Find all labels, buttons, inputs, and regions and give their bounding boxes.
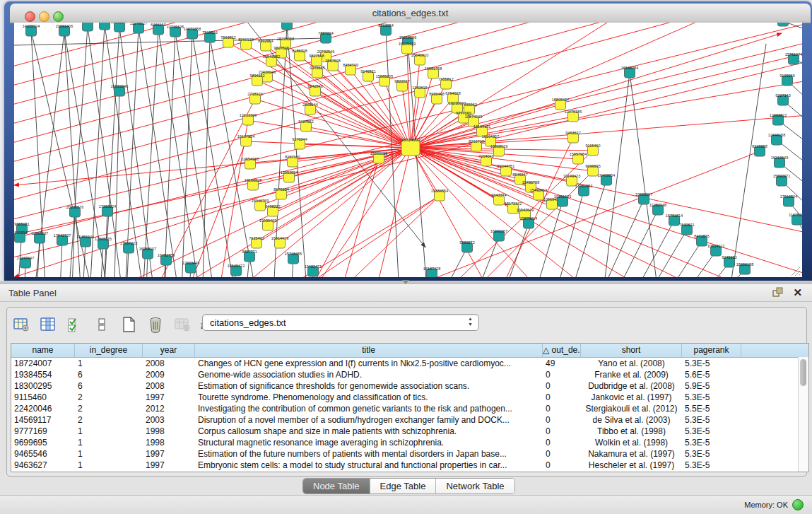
table-cell[interactable]: Tibbo et al. (1998) — [581, 426, 682, 437]
table-cell[interactable]: 2009 — [143, 369, 195, 380]
table-cell[interactable]: 2 — [75, 403, 143, 414]
new-table-icon[interactable] — [119, 315, 139, 334]
table-cell[interactable]: Yano et al. (2008) — [581, 358, 682, 369]
table-cell[interactable]: 0 — [543, 392, 581, 403]
table-cell[interactable]: 0 — [543, 403, 581, 414]
table-cell[interactable]: 5.3E-5 — [682, 426, 741, 437]
table-settings-icon[interactable] — [11, 315, 31, 334]
memory-status-indicator[interactable] — [792, 499, 804, 510]
table-cell[interactable]: 0 — [543, 369, 581, 380]
table-cell[interactable]: 0 — [543, 380, 581, 392]
column-header-year[interactable]: year — [143, 344, 195, 357]
network-window-titlebar[interactable]: citations_edges.txt — [10, 4, 811, 23]
table-cell[interactable]: Disruption of a novel member of a sodium… — [195, 414, 543, 426]
column-header-in_degree[interactable]: in_degree — [75, 344, 143, 357]
select-all-icon[interactable] — [65, 315, 85, 334]
table-row[interactable]: 946554611997Estimation of the future num… — [11, 448, 808, 460]
scrollbar-thumb[interactable] — [800, 359, 806, 386]
table-cell[interactable]: 9463627 — [11, 460, 75, 471]
table-row[interactable]: 1456911722003Disruption of a novel membe… — [11, 414, 808, 426]
table-cell[interactable]: 5.5E-5 — [682, 403, 741, 414]
table-cell[interactable]: 18724007 — [11, 358, 75, 369]
table-cell[interactable]: 1 — [75, 358, 143, 369]
tab-edge-table[interactable]: Edge Table — [370, 479, 437, 493]
table-cell[interactable]: Stergiakouli et al. (2012) — [581, 403, 682, 414]
table-cell[interactable]: Dudbridge et al. (2008) — [581, 380, 682, 392]
table-cell[interactable]: 1 — [75, 437, 143, 448]
selection-mode-icon[interactable] — [92, 315, 112, 334]
table-cell[interactable]: Corpus callosum shape and size in male p… — [195, 426, 543, 437]
network-canvas[interactable]: 1405572420691406181037342055831810653247… — [14, 23, 802, 277]
table-cell[interactable]: 1997 — [143, 460, 195, 471]
table-cell[interactable]: Hescheler et al. (1997) — [581, 460, 682, 471]
table-cell[interactable]: 5.3E-5 — [682, 460, 741, 471]
table-cell[interactable]: 2003 — [143, 414, 195, 426]
column-header-name[interactable]: name — [11, 344, 75, 357]
table-cell[interactable]: 2 — [75, 392, 143, 403]
table-cell[interactable]: Estimation of significance thresholds fo… — [195, 380, 543, 392]
table-cell[interactable]: 9699695 — [11, 437, 75, 448]
table-cell[interactable]: 5.3E-5 — [682, 358, 741, 369]
table-cell[interactable]: 0 — [543, 460, 581, 471]
tab-node-table[interactable]: Node Table — [303, 479, 370, 493]
table-cell[interactable]: Structural magnetic resonance image aver… — [195, 437, 543, 448]
table-row[interactable]: 1872400712008Changes of HCN gene express… — [11, 358, 808, 369]
table-cell[interactable]: Nakamura et al. (1997) — [581, 448, 682, 460]
table-row[interactable]: 1938455462009Genome-wide association stu… — [11, 369, 808, 380]
table-cell[interactable]: Estimation of the future numbers of pati… — [195, 448, 543, 460]
table-cell[interactable]: 9115460 — [11, 392, 75, 403]
close-panel-icon[interactable]: ✕ — [793, 286, 802, 299]
table-row[interactable]: 977716911998Corpus callosum shape and si… — [11, 426, 808, 437]
table-cell[interactable]: 1997 — [143, 392, 195, 403]
table-cell[interactable]: 14569117 — [11, 414, 75, 426]
table-cell[interactable]: 18300295 — [11, 380, 75, 392]
table-cell[interactable]: Wolkin et al. (1998) — [581, 437, 682, 448]
table-row[interactable]: 1830029562008Estimation of significance … — [11, 380, 808, 392]
table-cell[interactable]: 5.3E-5 — [682, 414, 741, 426]
table-row[interactable]: 911546021997Tourette syndrome. Phenomeno… — [11, 392, 808, 403]
column-header-title[interactable]: title — [195, 344, 543, 357]
table-cell[interactable]: Investigating the contribution of common… — [195, 403, 543, 414]
table-cell[interactable]: 2 — [75, 414, 143, 426]
graph-node[interactable] — [100, 23, 110, 30]
table-selector-dropdown[interactable]: citations_edges.txt ▲▼ — [202, 314, 479, 331]
table-cell[interactable]: 0 — [543, 437, 581, 448]
table-cell[interactable]: Genome-wide association studies in ADHD. — [195, 369, 543, 380]
table-cell[interactable]: 1 — [75, 448, 143, 460]
table-cell[interactable]: 9777169 — [11, 426, 75, 437]
table-cell[interactable]: 1998 — [143, 426, 195, 437]
table-cell[interactable]: 0 — [543, 448, 581, 460]
table-cell[interactable]: 1997 — [143, 448, 195, 460]
table-cell[interactable]: 22420046 — [11, 403, 75, 414]
delete-table-icon[interactable] — [146, 315, 165, 334]
table-cell[interactable]: Tourette syndrome. Phenomenology and cla… — [195, 392, 543, 403]
table-cell[interactable]: 5.9E-5 — [682, 380, 741, 392]
table-row[interactable]: 946362711997Embryonic stem cells: a mode… — [11, 460, 808, 471]
table-cell[interactable]: 0 — [543, 414, 581, 426]
table-cell[interactable]: Jankovic et al. (1997) — [581, 392, 682, 403]
graph-node[interactable] — [778, 23, 789, 26]
float-window-icon[interactable] — [772, 287, 784, 298]
column-header-out_de[interactable]: △ out_de... — [543, 344, 581, 357]
table-cell[interactable]: 6 — [75, 369, 143, 380]
table-cell[interactable]: 19384554 — [11, 369, 75, 380]
column-header-short[interactable]: short — [581, 344, 682, 357]
table-cell[interactable]: Changes of HCN gene expression and I(f) … — [195, 358, 543, 369]
table-cell[interactable]: 5.3E-5 — [682, 392, 741, 403]
column-header-pagerank[interactable]: pagerank — [682, 344, 741, 357]
table-cell[interactable]: 5.3E-5 — [682, 448, 741, 460]
graph-node[interactable] — [83, 23, 93, 31]
tab-network-table[interactable]: Network Table — [436, 479, 514, 493]
graph-node[interactable] — [401, 140, 420, 156]
table-cell[interactable]: 2008 — [143, 358, 195, 369]
table-row[interactable]: 969969511998Structural magnetic resonanc… — [11, 437, 808, 448]
table-cell[interactable]: Embryonic stem cells: a model to study s… — [195, 460, 543, 471]
table-row[interactable]: 2242004622012Investigating the contribut… — [11, 403, 808, 414]
table-cell[interactable]: 49 — [543, 358, 581, 369]
graph-node[interactable] — [282, 23, 293, 30]
table-cell[interactable]: 2008 — [143, 380, 195, 392]
table-cell[interactable]: 1998 — [143, 437, 195, 448]
table-cell[interactable]: 5.6E-5 — [682, 369, 741, 380]
table-cell[interactable]: Franke et al. (2009) — [581, 369, 682, 380]
table-cell[interactable]: 1 — [75, 426, 143, 437]
